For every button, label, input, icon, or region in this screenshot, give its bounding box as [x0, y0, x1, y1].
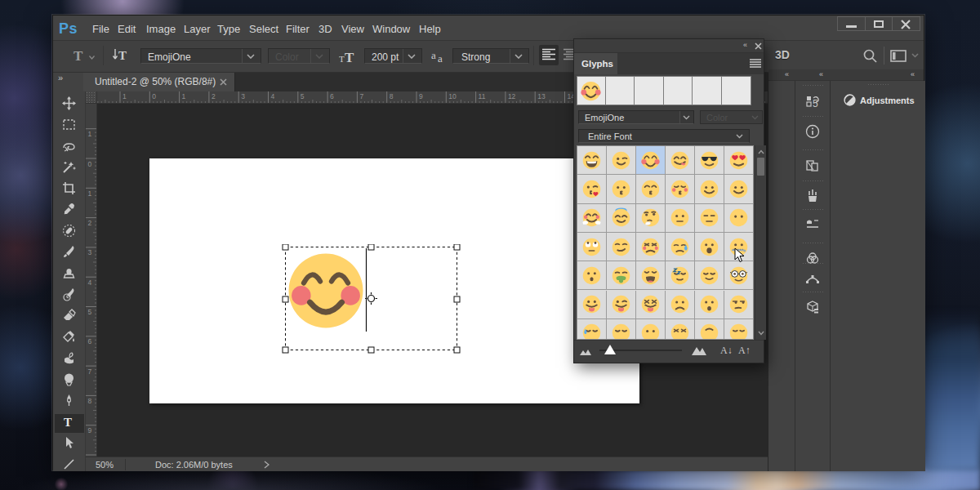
svg-text:13: 13 — [537, 92, 546, 100]
svg-text:1: 1 — [88, 189, 92, 198]
svg-text:6: 6 — [330, 92, 334, 100]
svg-text:1: 1 — [122, 92, 127, 100]
svg-text:1: 1 — [88, 130, 92, 138]
svg-text:3: 3 — [88, 248, 92, 256]
svg-text:7: 7 — [88, 368, 92, 376]
svg-text:8: 8 — [88, 397, 92, 405]
svg-text:11: 11 — [479, 92, 486, 100]
svg-text:0: 0 — [152, 92, 156, 100]
svg-text:T: T — [345, 50, 354, 65]
svg-text:10: 10 — [448, 92, 457, 100]
svg-text:8: 8 — [390, 92, 394, 100]
svg-text:12: 12 — [508, 92, 516, 100]
svg-text:a: a — [438, 52, 443, 64]
svg-text:4: 4 — [88, 278, 92, 287]
svg-text:9: 9 — [419, 92, 423, 100]
svg-text:2: 2 — [212, 92, 216, 100]
svg-text:4: 4 — [271, 92, 275, 100]
svg-text:1: 1 — [182, 92, 186, 100]
svg-text:9: 9 — [88, 426, 92, 434]
svg-text:6: 6 — [88, 337, 92, 345]
svg-text:a: a — [431, 49, 436, 61]
svg-text:3: 3 — [241, 92, 245, 100]
svg-text:0: 0 — [88, 160, 92, 168]
svg-text:7: 7 — [359, 92, 363, 100]
svg-text:5: 5 — [88, 308, 92, 316]
svg-text:T: T — [339, 54, 345, 64]
svg-text:5: 5 — [301, 92, 305, 100]
svg-text:2: 2 — [88, 219, 92, 227]
svg-text:5: 5 — [813, 98, 818, 109]
